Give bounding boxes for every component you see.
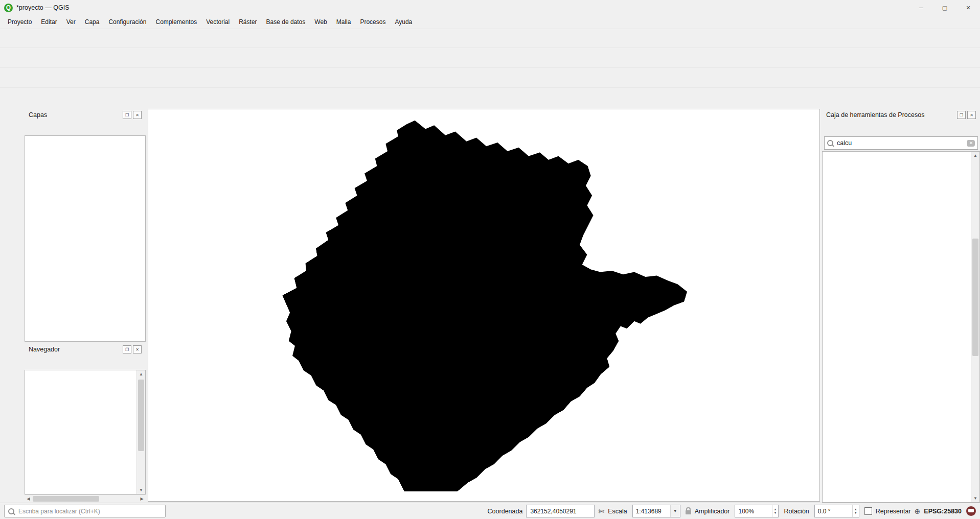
browser-float-button[interactable]: ❐: [123, 345, 131, 353]
magnifier-value: 100%: [735, 508, 771, 515]
coordinate-label: Coordenada: [488, 508, 523, 515]
toolbox-search-input[interactable]: [836, 139, 965, 147]
menu-base-de-datos[interactable]: Base de datos: [262, 16, 310, 28]
scale-combo[interactable]: 1:413689 ▼: [632, 505, 680, 517]
menu-vectorial[interactable]: Vectorial: [201, 16, 234, 28]
locator-input[interactable]: [17, 507, 162, 515]
scrollbar-thumb[interactable]: [972, 239, 978, 356]
magnifier-label: Amplificador: [695, 508, 730, 515]
toolbox-vertical-scrollbar[interactable]: ▲ ▼: [971, 152, 979, 502]
scrollbar-thumb[interactable]: [33, 496, 99, 502]
menu-editar[interactable]: Editar: [36, 16, 61, 28]
toolbox-float-button[interactable]: ❐: [957, 111, 966, 119]
browser-panel-toolbar: [25, 356, 146, 370]
lock-scale-icon[interactable]: [686, 510, 691, 514]
rotation-spinner[interactable]: 0.0 ° ▲▼: [814, 505, 859, 517]
qgis-app-icon: Q: [4, 4, 13, 12]
crs-value: EPSG:25830: [924, 508, 962, 515]
status-bar: Coordenada 362152,4050291 ✄ Escala 1:413…: [0, 503, 980, 519]
toolbox-close-button[interactable]: ✕: [967, 111, 976, 119]
magnifier-spinner[interactable]: 100% ▲▼: [735, 505, 779, 517]
map-raster-etr: [148, 109, 819, 501]
coordinate-value: 362152,4050291: [530, 508, 576, 515]
menu-proyecto[interactable]: Proyecto: [3, 16, 36, 28]
browser-horizontal-scrollbar[interactable]: ◀ ▶: [25, 494, 146, 503]
toolbar-row-1: [0, 29, 980, 48]
layers-float-button[interactable]: ❐: [123, 111, 131, 119]
scroll-up-arrow[interactable]: ▲: [971, 152, 979, 159]
layers-close-button[interactable]: ✕: [133, 111, 142, 119]
layers-panel-toolbar: [25, 121, 146, 135]
toolbox-panel-title: Caja de herramientas de Procesos: [826, 111, 924, 119]
browser-tree: ▲ ▼: [25, 370, 146, 494]
menu-ver[interactable]: Ver: [62, 16, 80, 28]
render-checkbox[interactable]: [864, 507, 872, 515]
coordinate-input[interactable]: 362152,4050291: [526, 505, 595, 517]
browser-close-button[interactable]: ✕: [133, 345, 142, 353]
browser-panel: Navegador ❐ ✕ ▲ ▼ ◀: [25, 343, 146, 503]
processing-toolbox-panel: Caja de herramientas de Procesos ❐ ✕ ✕ ▲…: [821, 108, 980, 503]
extent-toggle-icon[interactable]: ✄: [598, 507, 604, 515]
search-icon: [827, 140, 833, 146]
toolbox-tree: ▲ ▼: [822, 151, 980, 503]
rotation-value: 0.0 °: [815, 508, 852, 515]
layers-panel-title: Capas: [29, 111, 47, 119]
title-bar: Q *proyecto — QGIS ─ ▢ ✕: [0, 0, 980, 15]
toolbar-row-3: [0, 67, 980, 87]
chevron-down-icon[interactable]: ▼: [670, 505, 680, 517]
messages-icon[interactable]: [966, 506, 976, 516]
scroll-down-arrow[interactable]: ▼: [137, 486, 145, 494]
toolbox-panel-toolbar: [822, 121, 980, 135]
scroll-up-arrow[interactable]: ▲: [137, 370, 145, 378]
locator-search[interactable]: [4, 505, 166, 517]
menu-complementos[interactable]: Complementos: [151, 16, 201, 28]
minimize-button[interactable]: ─: [909, 0, 933, 15]
menu-malla[interactable]: Malla: [332, 16, 356, 28]
rotation-label: Rotación: [784, 508, 809, 515]
render-label: Representar: [876, 508, 911, 515]
menu-procesos[interactable]: Procesos: [355, 16, 390, 28]
browser-vertical-scrollbar[interactable]: ▲ ▼: [136, 370, 145, 494]
scroll-left-arrow[interactable]: ◀: [25, 497, 32, 501]
scale-label: Escala: [608, 508, 627, 515]
map-canvas[interactable]: [148, 109, 820, 502]
data-source-toolbar: [0, 108, 24, 503]
maximize-button[interactable]: ▢: [933, 0, 956, 15]
menu-ayuda[interactable]: Ayuda: [390, 16, 417, 28]
toolbar-row-2: [0, 48, 980, 67]
toolbar-row-4: [0, 87, 980, 108]
clear-search-icon[interactable]: ✕: [967, 140, 975, 147]
scroll-right-arrow[interactable]: ▶: [138, 497, 146, 501]
crs-globe-icon[interactable]: ⊕: [915, 507, 921, 515]
layers-panel: Capas ❐ ✕: [25, 109, 146, 342]
toolbox-search[interactable]: ✕: [824, 136, 978, 150]
browser-panel-title: Navegador: [29, 346, 60, 353]
scrollbar-thumb[interactable]: [138, 380, 144, 451]
qgis-window: Q *proyecto — QGIS ─ ▢ ✕ ProyectoEditarV…: [0, 0, 980, 519]
close-button[interactable]: ✕: [956, 0, 980, 15]
window-title: *proyecto — QGIS: [16, 4, 70, 11]
layers-tree: [25, 135, 146, 342]
menu-ráster[interactable]: Ráster: [234, 16, 261, 28]
menu-web[interactable]: Web: [310, 16, 331, 28]
menu-capa[interactable]: Capa: [80, 16, 104, 28]
menu-configuración[interactable]: Configuración: [104, 16, 151, 28]
menu-bar: ProyectoEditarVerCapaConfiguraciónComple…: [0, 15, 980, 29]
scale-value: 1:413689: [633, 508, 670, 515]
search-icon: [8, 508, 14, 514]
scroll-down-arrow[interactable]: ▼: [971, 494, 979, 502]
